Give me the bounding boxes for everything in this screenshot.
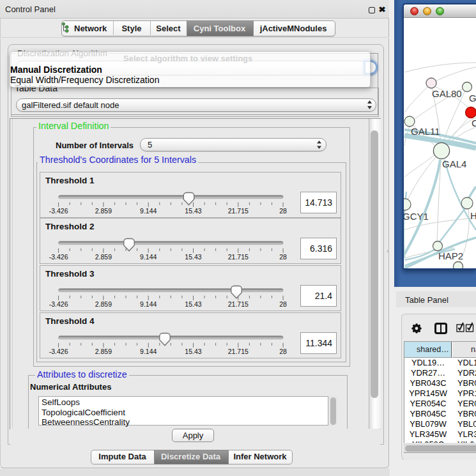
svg-text:15.43: 15.43 [185, 253, 201, 261]
svg-text:9.144: 9.144 [140, 207, 157, 215]
svg-text:-3.426: -3.426 [49, 207, 68, 215]
svg-text:GAL11: GAL11 [411, 126, 440, 137]
svg-text:2.859: 2.859 [95, 348, 112, 355]
svg-text:21.715: 21.715 [228, 207, 249, 215]
svg-text:-3.426: -3.426 [49, 348, 68, 355]
svg-text:2.859: 2.859 [95, 300, 112, 308]
svg-text:15.43: 15.43 [185, 348, 201, 355]
svg-text:2.859: 2.859 [95, 253, 112, 261]
svg-text:28: 28 [279, 300, 287, 308]
svg-text:2.859: 2.859 [95, 207, 112, 215]
svg-text:GAL80: GAL80 [432, 88, 462, 99]
svg-text:28: 28 [279, 207, 287, 215]
svg-text:GA: GA [469, 93, 476, 104]
svg-text:21.715: 21.715 [228, 253, 249, 261]
svg-text:-3.426: -3.426 [49, 300, 68, 308]
svg-text:28: 28 [279, 253, 287, 261]
svg-text:9.144: 9.144 [140, 253, 157, 261]
svg-text:21.715: 21.715 [228, 348, 249, 355]
svg-text:GCY1: GCY1 [404, 211, 429, 222]
svg-text:15.43: 15.43 [185, 207, 201, 215]
svg-text:15.43: 15.43 [185, 300, 201, 308]
svg-text:-3.426: -3.426 [49, 253, 68, 261]
svg-text:H: H [470, 210, 476, 221]
svg-text:21.715: 21.715 [228, 300, 249, 308]
svg-text:HAP2: HAP2 [438, 250, 463, 261]
svg-text:28: 28 [279, 348, 287, 355]
svg-text:9.144: 9.144 [140, 300, 157, 308]
svg-text:C: C [472, 118, 476, 128]
svg-text:GAL4: GAL4 [442, 158, 466, 169]
svg-text:9.144: 9.144 [140, 348, 157, 355]
